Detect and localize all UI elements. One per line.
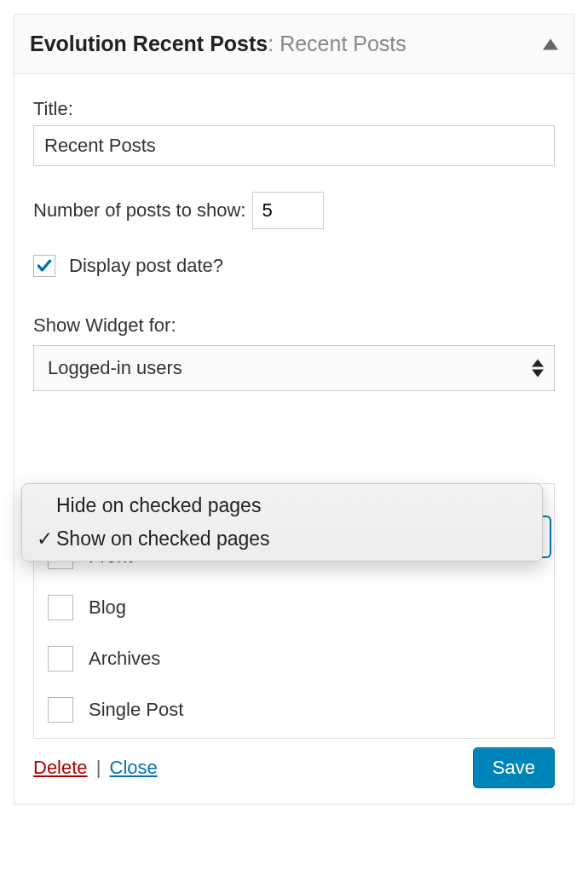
show-for-value: Logged-in users (48, 357, 182, 379)
check-icon: ✓ (32, 527, 56, 550)
show-for-select[interactable]: Logged-in users (33, 345, 555, 391)
widget-panel: Evolution Recent Posts: Recent Posts Tit… (14, 14, 574, 804)
widget-name: Evolution Recent Posts (30, 32, 268, 55)
save-button[interactable]: Save (473, 747, 555, 788)
stepper-icon (532, 360, 544, 377)
collapse-icon[interactable] (543, 38, 558, 49)
display-date-label: Display post date? (69, 255, 223, 277)
misc-item-archives[interactable]: Archives (48, 646, 540, 671)
widget-instance-name: Recent Posts (280, 32, 406, 55)
dropdown-option-show[interactable]: ✓ Show on checked pages (22, 522, 542, 556)
misc-item-blog[interactable]: Blog (48, 595, 540, 620)
title-label: Title: (33, 98, 555, 120)
display-date-checkbox[interactable] (33, 255, 55, 277)
count-label: Number of posts to show: (33, 199, 245, 222)
count-input[interactable] (252, 192, 324, 229)
close-link[interactable]: Close (110, 757, 158, 778)
widget-footer: Delete | Close Save (33, 747, 555, 788)
widget-header[interactable]: Evolution Recent Posts: Recent Posts (14, 14, 574, 74)
show-for-label: Show Widget for: (33, 314, 555, 337)
widget-body: Title: Number of posts to show: Display … (14, 74, 574, 804)
delete-link[interactable]: Delete (33, 757, 88, 778)
separator: | (91, 757, 107, 778)
dropdown-option-hide[interactable]: Hide on checked pages (22, 489, 542, 522)
title-input[interactable] (33, 125, 555, 166)
misc-item-single-post[interactable]: Single Post (48, 697, 540, 723)
check-icon (36, 257, 53, 274)
dropdown-menu: Hide on checked pages ✓ Show on checked … (21, 483, 543, 562)
checkbox-single-post[interactable] (48, 697, 73, 723)
checkbox-blog[interactable] (48, 595, 73, 620)
checkbox-archives[interactable] (48, 646, 73, 671)
